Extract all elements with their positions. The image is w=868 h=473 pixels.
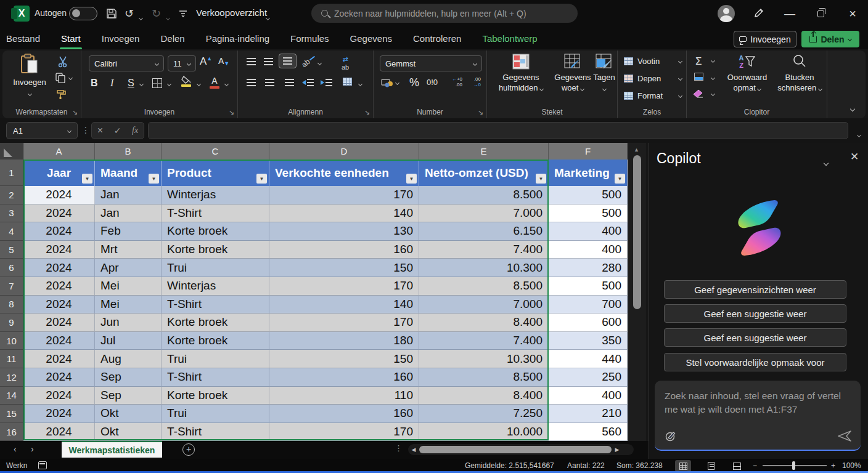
accounting-chevron-icon[interactable]: [396, 81, 399, 84]
header-cell[interactable]: Marketing▼: [549, 160, 628, 186]
column-header-b[interactable]: B: [95, 143, 162, 160]
dialog-launcher-icon[interactable]: ↘: [478, 109, 483, 116]
row-header[interactable]: 4: [0, 222, 23, 241]
underline-button[interactable]: S: [128, 78, 134, 89]
cell[interactable]: 140: [269, 296, 419, 314]
scroll-up-icon[interactable]: ▲: [634, 147, 639, 153]
paste-button[interactable]: Invoegen: [11, 54, 48, 98]
tab-delen[interactable]: Delen: [160, 33, 184, 44]
cell[interactable]: 280: [549, 259, 628, 277]
tab-formules[interactable]: Formules: [290, 33, 329, 44]
fill-color-chevron-icon[interactable]: [197, 83, 200, 86]
increase-indent-icon[interactable]: [321, 79, 332, 86]
cell[interactable]: Feb: [95, 222, 162, 241]
workbook-title[interactable]: Verkoopoverzicht: [196, 7, 267, 18]
cell[interactable]: Jul: [95, 332, 162, 350]
prev-sheet-icon[interactable]: ‹: [14, 444, 17, 454]
cell[interactable]: 2024: [23, 259, 95, 277]
pen-mode-icon[interactable]: [753, 7, 764, 18]
sheetbar-handle[interactable]: ⋮: [395, 443, 403, 453]
font-name-select[interactable]: Calibri: [89, 55, 164, 71]
number-format-select[interactable]: Gemmst: [380, 55, 482, 71]
cell[interactable]: 7.250: [419, 405, 549, 423]
decrease-indent-icon[interactable]: [302, 79, 314, 86]
cell[interactable]: 2024: [23, 313, 95, 332]
zoom-out-icon[interactable]: −: [753, 461, 757, 470]
cell[interactable]: 7.000: [419, 296, 549, 314]
cell[interactable]: 2024: [23, 277, 95, 296]
cell[interactable]: T-Shirt: [162, 368, 269, 387]
header-cell[interactable]: Product▼: [162, 160, 269, 186]
tab-tabelontwerp[interactable]: Tabelontwerp: [482, 33, 537, 44]
increase-decimal-button[interactable]: ←+0.00: [446, 76, 462, 87]
cell[interactable]: 400: [549, 241, 628, 259]
comma-style-button[interactable]: 0!0: [427, 78, 438, 87]
save-icon[interactable]: [106, 8, 117, 19]
cell[interactable]: 160: [269, 241, 419, 259]
italic-button[interactable]: I: [110, 78, 113, 89]
delete-cells-button[interactable]: Depen: [624, 74, 682, 83]
cell[interactable]: 130: [269, 222, 419, 241]
cell[interactable]: 8.400: [419, 313, 549, 332]
scroll-left-icon[interactable]: ◀: [408, 447, 419, 453]
filter-icon[interactable]: ▼: [256, 174, 267, 184]
cell[interactable]: 2024: [23, 241, 95, 259]
scroll-right-icon[interactable]: ▶: [612, 447, 623, 453]
cell[interactable]: 170: [269, 313, 419, 332]
merge-chevron-icon[interactable]: [359, 83, 362, 86]
page-layout-view-icon[interactable]: [703, 460, 719, 472]
cell[interactable]: 210: [549, 405, 628, 423]
cell[interactable]: 2024: [23, 296, 95, 314]
name-box[interactable]: A1: [6, 122, 78, 139]
cell[interactable]: 8.400: [419, 387, 549, 405]
column-header-f[interactable]: F: [549, 143, 628, 160]
cell[interactable]: Korte broek: [162, 241, 269, 259]
cell[interactable]: 2024: [23, 222, 95, 241]
insert-function-icon[interactable]: fx: [132, 126, 138, 135]
align-center-icon[interactable]: [265, 79, 274, 86]
cell[interactable]: 2024: [23, 350, 95, 368]
cell[interactable]: 2024: [23, 204, 95, 223]
undo-chevron-icon[interactable]: [139, 11, 142, 22]
vertical-scroll-thumb[interactable]: [633, 155, 641, 309]
formula-bar-handle[interactable]: ⋮: [81, 125, 90, 135]
comments-button[interactable]: Invoeegen: [734, 31, 796, 47]
cell[interactable]: 8.500: [419, 368, 549, 387]
header-cell[interactable]: Jaar▼: [23, 160, 95, 186]
row-header[interactable]: 6: [0, 259, 23, 277]
cell[interactable]: Korte broek: [162, 332, 269, 350]
filter-icon[interactable]: ▼: [536, 174, 546, 184]
decrease-decimal-button[interactable]: .00→0: [465, 76, 481, 87]
cell[interactable]: 500: [549, 186, 628, 204]
cell[interactable]: 160: [269, 405, 419, 423]
cell[interactable]: T-Shirt: [162, 423, 269, 441]
cell[interactable]: Korte broek: [162, 313, 269, 332]
fill-color-button[interactable]: [181, 76, 191, 87]
filter-icon[interactable]: ▼: [615, 174, 625, 184]
filter-icon[interactable]: ▼: [406, 174, 417, 184]
cell[interactable]: 6.150: [419, 222, 549, 241]
cell[interactable]: Mei: [95, 277, 162, 296]
cancel-icon[interactable]: ×: [97, 125, 103, 136]
expand-formula-bar-icon[interactable]: [858, 128, 861, 139]
cell[interactable]: Winterjas: [162, 186, 269, 204]
collapse-ribbon-icon[interactable]: [851, 102, 854, 113]
underline-chevron-icon[interactable]: [140, 83, 143, 86]
horizontal-scrollbar[interactable]: ◀ ▶: [408, 444, 634, 455]
zoom-in-icon[interactable]: +: [831, 461, 835, 470]
cell[interactable]: 7.000: [419, 204, 549, 223]
cell[interactable]: Korte broek: [162, 387, 269, 405]
cell[interactable]: 2024: [23, 405, 95, 423]
minimize-button[interactable]: —: [782, 6, 798, 21]
row-header[interactable]: 14: [0, 387, 23, 405]
cell[interactable]: 10.000: [419, 423, 549, 441]
align-bottom-icon[interactable]: [279, 54, 297, 68]
zoom-level[interactable]: 100%: [842, 461, 861, 470]
cell[interactable]: 500: [549, 277, 628, 296]
cell[interactable]: 2024: [23, 423, 95, 441]
column-header-e[interactable]: E: [419, 143, 549, 160]
font-color-button[interactable]: A: [210, 76, 219, 89]
cell[interactable]: 250: [549, 368, 628, 387]
accounting-format-icon[interactable]: [381, 78, 393, 87]
fill-chevron-icon[interactable]: [711, 76, 714, 79]
